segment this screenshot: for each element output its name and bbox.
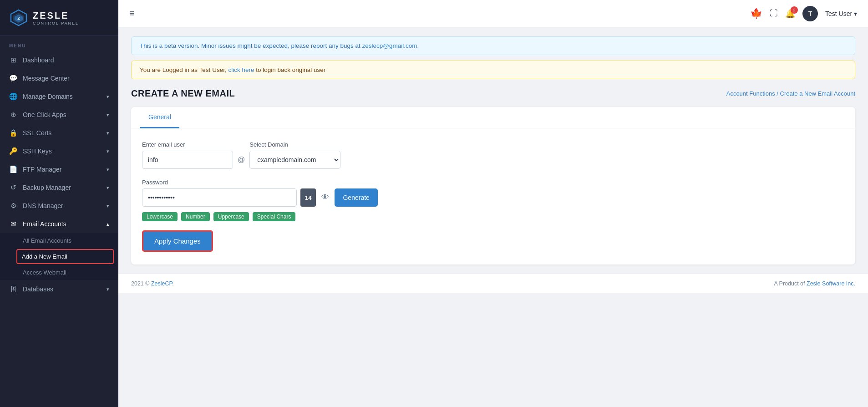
sidebar-item-databases[interactable]: 🗄 Databases ▾ — [0, 280, 118, 298]
lock-icon: 🔒 — [9, 129, 17, 137]
notification-badge: 2 — [791, 6, 798, 14]
sidebar-item-label: Email Accounts — [23, 220, 66, 228]
at-sign: @ — [233, 151, 249, 169]
main-area: ≡ 🍁 ⛶ 🔔 2 T Test User ▾ This is a beta v… — [118, 0, 868, 407]
menu-label: MENU — [0, 36, 118, 51]
dns-icon: ⚙ — [9, 202, 17, 210]
sidebar-item-dashboard[interactable]: ⊞ Dashboard — [0, 51, 118, 69]
domain-select[interactable]: exampledomain.com — [249, 151, 340, 169]
login-warning: You are Logged in as Test User, click he… — [131, 61, 855, 79]
badge-lowercase: Lowercase — [142, 212, 178, 221]
sidebar-item-ssh-keys[interactable]: 🔑 SSH Keys ▾ — [0, 142, 118, 160]
chevron-down-icon: ▾ — [107, 148, 109, 154]
email-icon: ✉ — [9, 220, 17, 228]
sidebar-item-manage-domains[interactable]: 🌐 Manage Domains ▾ — [0, 87, 118, 106]
card-tabs: General — [131, 107, 855, 128]
key-icon: 🔑 — [9, 147, 17, 155]
badge-number: Number — [181, 212, 210, 221]
card-body: Enter email user @ Select Domain example… — [131, 128, 855, 265]
chevron-down-icon: ▾ — [107, 203, 109, 209]
page-header: CREATE A NEW EMAIL Account Functions / C… — [131, 88, 855, 99]
avatar: T — [802, 6, 818, 21]
fullscreen-icon[interactable]: ⛶ — [770, 9, 778, 18]
bug-report-email[interactable]: zeslecp@gmail.com — [362, 42, 417, 49]
chevron-down-icon: ▾ — [107, 185, 109, 191]
sidebar-item-label: Dashboard — [23, 56, 54, 64]
zesle-software-link[interactable]: Zesle Software Inc. — [807, 280, 855, 287]
password-input-wrap — [142, 188, 297, 207]
sidebar-item-label: Backup Manager — [23, 184, 71, 191]
password-badges: Lowercase Number Uppercase Special Chars — [142, 212, 844, 221]
badge-special-chars: Special Chars — [253, 212, 296, 221]
topbar: ≡ 🍁 ⛶ 🔔 2 T Test User ▾ — [118, 0, 868, 27]
sidebar-item-label: Databases — [23, 285, 53, 293]
logo-sub: CONTROL PANEL — [33, 21, 79, 25]
sidebar-item-all-email-accounts[interactable]: All Email Accounts — [0, 233, 118, 248]
sidebar-item-message-center[interactable]: 💬 Message Center — [0, 69, 118, 87]
chevron-down-icon: ▾ — [107, 130, 109, 136]
password-count: 14 — [300, 188, 316, 207]
sidebar-logo: Z ZESLE CONTROL PANEL — [0, 0, 118, 36]
username-label[interactable]: Test User ▾ — [825, 10, 857, 17]
chevron-down-icon: ▾ — [107, 167, 109, 173]
topbar-right: 🍁 ⛶ 🔔 2 T Test User ▾ — [750, 6, 857, 21]
file-icon: 📄 — [9, 165, 17, 173]
sidebar-item-dns-manager[interactable]: ⚙ DNS Manager ▾ — [0, 197, 118, 215]
footer: 2021 © ZesleCP. A Product of Zesle Softw… — [118, 274, 868, 293]
email-domain-row: Enter email user @ Select Domain example… — [142, 141, 844, 169]
chevron-up-icon: ▴ — [107, 221, 109, 227]
sidebar-item-label: SSH Keys — [23, 148, 52, 155]
email-user-label: Enter email user — [142, 141, 233, 148]
sidebar-item-label: SSL Certs — [23, 129, 51, 137]
sidebar: Z ZESLE CONTROL PANEL MENU ⊞ Dashboard 💬… — [0, 0, 118, 407]
click-here-link[interactable]: click here — [228, 66, 254, 73]
sidebar-item-label: Message Center — [23, 75, 70, 82]
sidebar-item-access-webmail[interactable]: Access Webmail — [0, 265, 118, 280]
footer-copyright: 2021 © ZesleCP. — [131, 280, 174, 287]
sidebar-item-label: Manage Domains — [23, 93, 73, 100]
form-card: General Enter email user @ Select Domain — [131, 107, 855, 265]
domain-group: Select Domain exampledomain.com — [249, 141, 340, 169]
sidebar-item-backup-manager[interactable]: ↺ Backup Manager ▾ — [0, 178, 118, 197]
sidebar-item-add-new-email[interactable]: Add a New Email — [16, 249, 114, 264]
breadcrumb-separator: / — [777, 90, 780, 97]
logo-icon: Z — [9, 8, 28, 27]
domain-label: Select Domain — [249, 141, 340, 148]
footer-product: A Product of Zesle Software Inc. — [774, 280, 855, 287]
message-icon: 💬 — [9, 74, 17, 82]
chevron-down-icon: ▾ — [107, 94, 109, 100]
breadcrumb: Account Functions / Create a New Email A… — [726, 90, 855, 97]
generate-password-button[interactable]: Generate — [335, 188, 377, 207]
content-area: This is a beta version. Minor issues mig… — [118, 27, 868, 407]
apply-changes-button[interactable]: Apply Changes — [142, 230, 213, 252]
email-submenu: All Email Accounts Add a New Email Acces… — [0, 233, 118, 280]
password-input[interactable] — [142, 188, 297, 207]
password-wrapper: 14 👁 Generate — [142, 188, 844, 207]
sidebar-item-ftp-manager[interactable]: 📄 FTP Manager ▾ — [0, 160, 118, 178]
home-icon: ⊞ — [9, 56, 17, 64]
sidebar-item-label: DNS Manager — [23, 202, 63, 209]
password-label: Password — [142, 179, 844, 186]
database-icon: 🗄 — [9, 285, 17, 293]
zeslecp-link[interactable]: ZesleCP — [151, 280, 172, 287]
logo-text: ZESLE — [33, 10, 69, 20]
globe-icon: 🌐 — [9, 92, 17, 101]
toggle-password-button[interactable]: 👁 — [320, 188, 331, 207]
email-user-group: Enter email user — [142, 141, 233, 169]
tab-general[interactable]: General — [140, 107, 179, 128]
beta-alert: This is a beta version. Minor issues mig… — [131, 36, 855, 55]
sidebar-item-ssl-certs[interactable]: 🔒 SSL Certs ▾ — [0, 124, 118, 142]
notification-bell-icon[interactable]: 🔔 2 — [785, 9, 795, 19]
apps-icon: ⊕ — [9, 111, 17, 119]
svg-text:Z: Z — [17, 16, 20, 20]
backup-icon: ↺ — [9, 183, 17, 192]
flag-icon[interactable]: 🍁 — [750, 8, 762, 20]
chevron-down-icon: ▾ — [107, 112, 109, 118]
sidebar-item-email-accounts[interactable]: ✉ Email Accounts ▴ — [0, 215, 118, 233]
page-title: CREATE A NEW EMAIL — [131, 88, 235, 99]
breadcrumb-current: Create a New Email Account — [780, 90, 855, 97]
hamburger-button[interactable]: ≡ — [129, 8, 135, 19]
email-user-input[interactable] — [142, 151, 233, 169]
sidebar-item-label: FTP Manager — [23, 166, 61, 173]
sidebar-item-one-click-apps[interactable]: ⊕ One Click Apps ▾ — [0, 106, 118, 124]
